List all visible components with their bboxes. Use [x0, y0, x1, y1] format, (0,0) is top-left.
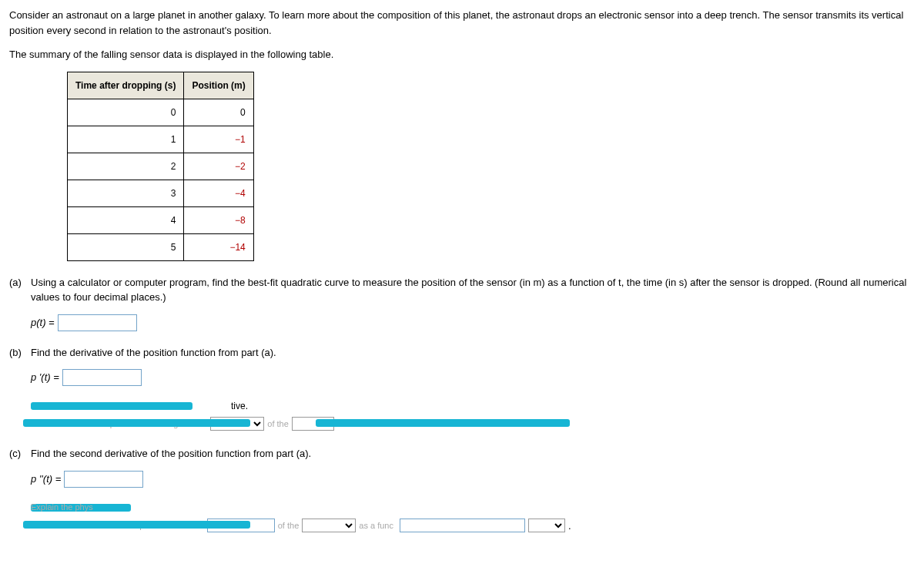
table-cell-time: 5 — [68, 233, 184, 260]
part-c-redacted-line-1: Explain the phys — [31, 502, 915, 514]
part-a-text: Using a calculator or computer program, … — [31, 275, 915, 305]
part-c-select-2[interactable] — [528, 519, 565, 532]
table-cell-time: 2 — [68, 153, 184, 180]
part-c-select-1[interactable] — [302, 519, 356, 532]
part-a-label: (a) — [9, 275, 31, 290]
table-cell-position: −4 — [184, 180, 253, 206]
part-c-eq-label: p ''(t) = — [31, 472, 61, 487]
table-cell-time: 3 — [68, 180, 184, 206]
part-b-select-1[interactable] — [210, 417, 264, 431]
part-a-input[interactable] — [58, 314, 137, 331]
part-c-text: Find the second derivative of the positi… — [31, 446, 915, 461]
part-c-extra-input-2[interactable] — [400, 519, 525, 532]
table-cell-position: −2 — [184, 153, 253, 180]
part-b-text: Find the derivative of the position func… — [31, 345, 915, 361]
problem-intro-2: The summary of the falling sensor data i… — [9, 47, 915, 62]
part-b-label: (b) — [9, 345, 31, 361]
part-b-input[interactable] — [62, 369, 142, 386]
part-c-input[interactable] — [64, 471, 143, 488]
table-cell-position: −8 — [184, 206, 253, 233]
col-header-time: Time after dropping (s) — [68, 72, 184, 99]
table-cell-time: 0 — [68, 99, 184, 126]
table-cell-position: −1 — [184, 126, 253, 153]
part-b-redacted-line-2: The derivative of the position function … — [31, 417, 915, 431]
part-c-label: (c) — [9, 446, 31, 461]
part-c-extra-input-1[interactable] — [207, 519, 275, 532]
table-cell-time: 4 — [68, 206, 184, 233]
problem-intro-1: Consider an astronaut on a large planet … — [9, 8, 915, 38]
part-b-select-2[interactable] — [292, 417, 334, 431]
part-b-eq-label: p '(t) = — [31, 370, 59, 385]
col-header-position: Position (m) — [184, 72, 253, 99]
table-cell-position: −14 — [184, 233, 253, 260]
sensor-data-table: Time after dropping (s) Position (m) 001… — [67, 72, 254, 261]
part-b-redacted-line-1: tive. — [31, 400, 915, 412]
part-a-eq-label: p(t) = — [31, 315, 55, 331]
part-c-redacted-line-2: The second derivative of the position fu… — [31, 519, 915, 534]
table-cell-time: 1 — [68, 126, 184, 153]
table-cell-position: 0 — [184, 99, 253, 126]
